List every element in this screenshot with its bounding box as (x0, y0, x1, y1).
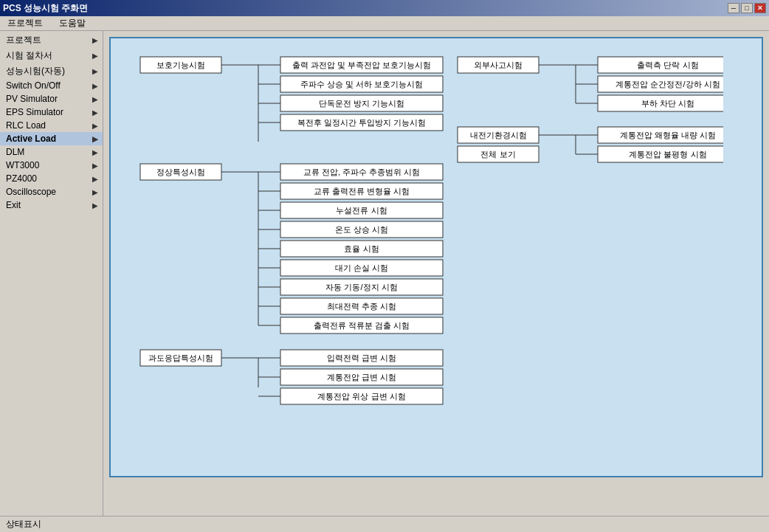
sidebar-arrow: ▶ (92, 188, 98, 196)
node-normal[interactable]: 정상특성시험 (156, 167, 205, 176)
sidebar-item-rlc[interactable]: RLC Load ▶ (0, 119, 103, 132)
menu-help[interactable]: 도움말 (55, 16, 90, 30)
sidebar-item-eps-sim[interactable]: EPS Simulator ▶ (0, 106, 103, 119)
menu-project[interactable]: 프로젝트 (3, 16, 47, 30)
sidebar-arrow: ▶ (92, 52, 98, 60)
child-transient-1[interactable]: 입력전력 급변 시험 (327, 353, 396, 362)
sidebar-item-auto-test[interactable]: 성능시험(자동) ▶ (0, 63, 103, 79)
sidebar-label: Active Load (6, 134, 56, 144)
child-protection-2[interactable]: 주파수 상승 및 서하 보호기능시험 (300, 80, 423, 89)
title-bar: PCS 성능시험 주화면 ─ □ ✕ (0, 0, 769, 16)
sidebar-label: RLC Load (6, 120, 46, 131)
status-label: 상태표시 (6, 518, 41, 531)
main-container: 프로젝트 ▶ 시험 절차서 ▶ 성능시험(자동) ▶ Switch On/Off… (0, 31, 769, 516)
sidebar-item-project[interactable]: 프로젝트 ▶ (0, 32, 103, 48)
sidebar-label: PV Simulator (6, 94, 58, 104)
sidebar-arrow: ▶ (92, 82, 98, 90)
sidebar-label: Exit (6, 200, 21, 210)
child-protection-3[interactable]: 단독운전 방지 기능시험 (319, 99, 404, 108)
child-transient-2[interactable]: 계통전압 급변 시험 (327, 373, 396, 381)
window-controls: ─ □ ✕ (728, 3, 766, 13)
sidebar-arrow: ▶ (92, 135, 98, 143)
sidebar-label: EPS Simulator (6, 107, 63, 117)
sidebar: 프로젝트 ▶ 시험 절차서 ▶ 성능시험(자동) ▶ Switch On/Off… (0, 31, 103, 516)
node-environment[interactable]: 내전기환경시험 (470, 131, 527, 139)
child-normal-6[interactable]: 대기 손실 시험 (335, 263, 388, 272)
sidebar-label: Switch On/Off (6, 80, 61, 91)
sidebar-item-oscilloscope[interactable]: Oscilloscope ▶ (0, 185, 103, 198)
child-environment-2[interactable]: 계통전압 불평형 시험 (629, 150, 706, 159)
node-external[interactable]: 외부사고시험 (474, 61, 523, 69)
child-normal-5[interactable]: 효율 시험 (344, 244, 379, 253)
window-title: PCS 성능시험 주화면 (3, 2, 88, 15)
child-external-1[interactable]: 출력측 단락 시험 (637, 61, 698, 69)
sidebar-arrow-project: ▶ (92, 36, 98, 44)
sidebar-arrow: ▶ (92, 201, 98, 210)
child-protection-1[interactable]: 출력 과전압 및 부족전압 보호기능시험 (292, 61, 431, 69)
diagram-container: 보호기능시험 출력 과전압 및 부족전압 보호기능시험 주파수 상승 및 서하 … (109, 37, 763, 477)
sidebar-label: Oscilloscope (6, 187, 56, 197)
sidebar-item-pz4000[interactable]: PZ4000 ▶ (0, 172, 103, 185)
child-normal-1[interactable]: 교류 전압, 주파수 추종범위 시험 (303, 167, 420, 176)
sidebar-arrow: ▶ (92, 95, 98, 103)
sidebar-label: DLM (6, 147, 24, 157)
sidebar-item-active-load[interactable]: Active Load ▶ (0, 132, 103, 145)
sidebar-arrow: ▶ (92, 148, 98, 156)
child-external-3[interactable]: 부하 차단 시험 (641, 99, 694, 108)
sidebar-label: 프로젝트 (6, 34, 41, 46)
child-normal-9[interactable]: 출력전류 적류분 검출 시험 (314, 321, 410, 330)
sidebar-item-exit[interactable]: Exit ▶ (0, 198, 103, 212)
sidebar-label: 성능시험(자동) (6, 65, 65, 77)
sidebar-arrow: ▶ (92, 67, 98, 75)
sidebar-item-pv-sim[interactable]: PV Simulator ▶ (0, 92, 103, 106)
close-button[interactable]: ✕ (754, 3, 766, 13)
overall-button[interactable]: 전체 보기 (480, 150, 515, 159)
sidebar-arrow: ▶ (92, 175, 98, 183)
maximize-button[interactable]: □ (741, 3, 753, 13)
sidebar-arrow: ▶ (92, 108, 98, 117)
diagram-svg: 보호기능시험 출력 과전압 및 부족전압 보호기능시험 주파수 상승 및 서하 … (118, 46, 723, 466)
sidebar-label: WT3000 (6, 160, 39, 170)
sidebar-arrow: ▶ (92, 162, 98, 170)
minimize-button[interactable]: ─ (728, 3, 739, 13)
child-normal-4[interactable]: 온도 상승 시험 (335, 225, 388, 234)
status-bar: 상태표시 (0, 516, 769, 532)
node-transient[interactable]: 과도응답특성시험 (148, 353, 213, 362)
sidebar-label: PZ4000 (6, 173, 37, 184)
child-external-2[interactable]: 계통전압 순간정전/강하 시험 (615, 80, 720, 89)
sidebar-item-wt3000[interactable]: WT3000 ▶ (0, 159, 103, 172)
child-protection-4[interactable]: 복전후 일정시간 투입방지 기능시험 (297, 118, 426, 127)
child-normal-7[interactable]: 자동 기동/정지 시험 (325, 283, 397, 291)
child-normal-2[interactable]: 교류 출력전류 변형율 시험 (314, 187, 410, 196)
sidebar-item-procedure[interactable]: 시험 절차서 ▶ (0, 48, 103, 63)
sidebar-item-dlm[interactable]: DLM ▶ (0, 145, 103, 159)
child-normal-3[interactable]: 누설전류 시험 (336, 206, 387, 215)
child-normal-8[interactable]: 최대전력 추종 시험 (327, 302, 396, 311)
sidebar-item-switch[interactable]: Switch On/Off ▶ (0, 79, 103, 92)
node-protection[interactable]: 보호기능시험 (156, 61, 205, 69)
menu-bar: 프로젝트 도움말 (0, 16, 769, 31)
sidebar-label: 시험 절차서 (6, 49, 52, 62)
child-environment-1[interactable]: 계통전압 왜형율 내량 시험 (620, 131, 716, 139)
child-transient-3[interactable]: 계통전압 위상 급변 시험 (317, 392, 405, 401)
sidebar-arrow: ▶ (92, 122, 98, 130)
content-area: 보호기능시험 출력 과전압 및 부족전압 보호기능시험 주파수 상승 및 서하 … (103, 31, 769, 516)
